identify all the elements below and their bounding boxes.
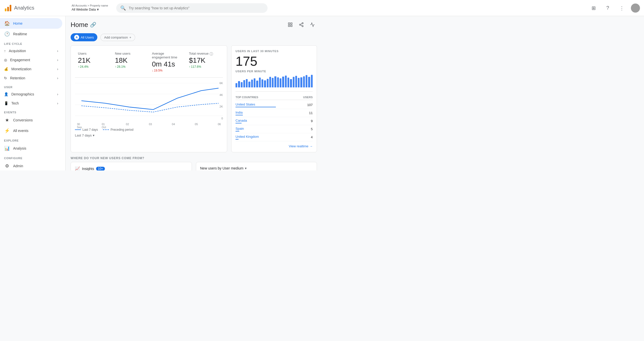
engagement-change: ↓ 19.5% — [152, 69, 183, 72]
where-label: WHERE DO YOUR NEW USERS COME FROM? — [71, 156, 317, 160]
country-name[interactable]: Spain — [236, 127, 311, 130]
sidebar-item-engagement[interactable]: ◎ Engagement › — [0, 55, 62, 64]
metric-total-revenue: Total revenue ⓘ $17K ↑ 117.6% — [186, 50, 223, 74]
sidebar-item-demographics[interactable]: 👤 Demographics › — [0, 90, 62, 99]
all-events-icon: ⚡ — [4, 128, 10, 133]
country-name[interactable]: United Kingdom — [236, 135, 311, 139]
acquisition-icon: ↑ — [4, 49, 6, 53]
per-minute-bar — [303, 76, 305, 87]
country-bar-container — [236, 139, 311, 140]
svg-point-9 — [302, 25, 303, 27]
per-minute-bar — [298, 78, 300, 87]
country-bar-container — [236, 123, 311, 123]
per-minute-bar — [264, 80, 266, 87]
analytics-logo-icon — [4, 4, 12, 12]
engagement-icon: ◎ — [4, 58, 7, 62]
per-minute-bar — [243, 80, 245, 87]
sidebar-item-monetization[interactable]: 💰 Monetization › — [0, 64, 62, 74]
all-users-filter[interactable]: A All Users — [71, 33, 97, 41]
search-bar[interactable]: 🔍 — [116, 3, 268, 13]
sidebar-item-home[interactable]: 🏠 Home — [0, 18, 62, 29]
breadcrumb-area: All Accounts > Property name All Website… — [72, 4, 108, 12]
per-minute-bar — [290, 79, 292, 87]
sidebar-item-tech[interactable]: 📱 Tech › — [0, 99, 62, 108]
share-button[interactable] — [297, 20, 306, 29]
chevron-down-icon: ▾ — [97, 7, 99, 12]
per-minute-bar — [246, 79, 248, 87]
date-filter-selector[interactable]: Last 7 days ▾ — [75, 133, 223, 137]
country-row: India 11 — [236, 109, 313, 117]
country-user-count: 4 — [311, 135, 313, 139]
new-users-by-medium-header: New users by User medium ▾ — [200, 166, 313, 170]
events-section-label: EVENTS — [0, 108, 65, 115]
chevron-right-icon: › — [57, 49, 58, 53]
page-link-icon[interactable]: 🔗 — [90, 22, 96, 28]
per-minute-bar — [300, 77, 302, 87]
per-minute-bar — [261, 79, 263, 87]
country-name[interactable]: India — [236, 111, 309, 114]
country-name[interactable]: Canada — [236, 119, 311, 122]
y-axis-labels: 6K 4K 2K 0 — [220, 81, 223, 121]
sidebar: 🏠 Home 🕐 Realtime LIFE CYCLE ↑ Acquisiti… — [0, 16, 66, 170]
main-content: Home 🔗 A All Users Add — [66, 16, 322, 170]
page-header: Home 🔗 — [71, 20, 317, 29]
per-minute-bar — [282, 77, 284, 87]
chevron-down-icon: ▾ — [93, 133, 95, 137]
page-title: Home — [71, 21, 88, 29]
breadcrumb-selector[interactable]: All Website Data ▾ — [72, 7, 108, 12]
per-minute-bar — [251, 80, 253, 87]
sidebar-item-acquisition[interactable]: ↑ Acquisition › — [0, 46, 62, 55]
insights-card: 📈 Insights 10+ — [71, 162, 192, 170]
per-minute-bar — [267, 79, 269, 87]
country-user-count: 5 — [311, 127, 313, 131]
home-icon: 🏠 — [4, 21, 10, 26]
chevron-right-icon: › — [57, 101, 58, 105]
svg-point-8 — [300, 24, 301, 25]
insights-card-header: 📈 Insights 10+ — [75, 166, 188, 170]
tech-icon: 📱 — [4, 101, 8, 105]
divider — [236, 91, 313, 92]
retention-icon: ↻ — [4, 76, 7, 80]
admin-icon: ⚙ — [4, 163, 10, 169]
header: Analytics All Accounts > Property name A… — [0, 0, 322, 16]
country-user-count: 107 — [307, 103, 313, 107]
filter-row: A All Users Add comparison + — [71, 33, 317, 41]
arrow-up-icon: ↑ — [115, 65, 116, 69]
users-change: ↑ 24.4% — [78, 65, 109, 69]
country-bar-container — [236, 131, 311, 131]
revenue-help-icon: ⓘ — [210, 52, 213, 56]
svg-rect-6 — [291, 25, 292, 27]
legend-solid-line — [75, 129, 81, 130]
per-minute-bar — [238, 81, 240, 87]
search-input[interactable] — [129, 6, 264, 10]
lifecycle-section-label: LIFE CYCLE — [0, 39, 65, 46]
view-realtime-link[interactable]: View realtime → — [236, 144, 313, 148]
sidebar-item-retention[interactable]: ↻ Retention › — [0, 74, 62, 83]
new-users-by-medium-card: New users by User medium ▾ — [196, 162, 317, 170]
country-row: United States 107 — [236, 101, 313, 109]
add-comparison-button[interactable]: Add comparison + — [100, 34, 135, 41]
customize-report-button[interactable] — [286, 20, 295, 29]
arrow-right-icon: → — [309, 144, 313, 148]
arrow-up-icon: ↑ — [78, 65, 79, 69]
sidebar-item-analysis[interactable]: 📊 Analysis — [0, 143, 62, 154]
svg-point-7 — [302, 23, 303, 24]
svg-rect-2 — [10, 5, 11, 11]
sidebar-item-realtime[interactable]: 🕐 Realtime — [0, 29, 62, 39]
chevron-down-icon[interactable]: ▾ — [245, 166, 247, 170]
sidebar-item-admin[interactable]: ⚙ Admin — [0, 161, 62, 170]
country-user-count: 11 — [309, 111, 313, 115]
sidebar-item-all-events[interactable]: ⚡ All events — [0, 125, 62, 136]
per-minute-bar — [274, 76, 276, 87]
search-icon: 🔍 — [120, 5, 126, 11]
per-minute-bar — [306, 75, 307, 87]
svg-rect-4 — [291, 23, 292, 24]
realtime-count: 175 — [236, 55, 313, 68]
per-minute-bar — [236, 83, 237, 87]
svg-line-10 — [301, 25, 302, 26]
chart-area: 6K 4K 2K 0 — [75, 81, 223, 126]
country-name[interactable]: United States — [236, 103, 307, 106]
sidebar-item-conversions[interactable]: ★ Conversions — [0, 115, 62, 125]
insights-button[interactable] — [308, 20, 317, 29]
configure-section-label: CONFIGURE — [0, 154, 65, 161]
